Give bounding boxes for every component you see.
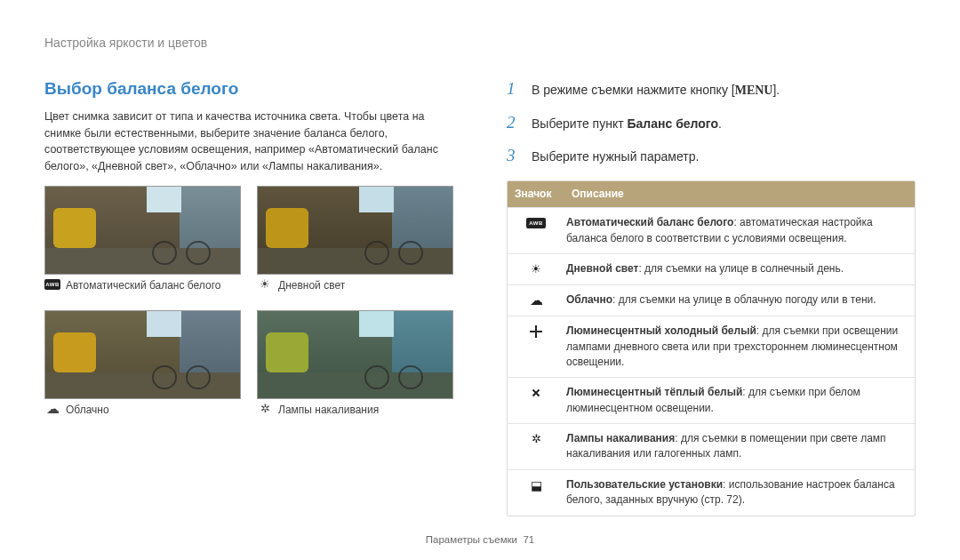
fluorescent-cold-icon	[524, 324, 548, 340]
step-number: 3	[507, 143, 521, 168]
step-list: 1 В режиме съемки нажмите кнопку [MENU].…	[507, 76, 916, 168]
footer-section: Параметры съемки	[426, 534, 517, 545]
thumb-caption: Облачно	[44, 403, 241, 418]
row-desc: Люминесцентный тёплый белый: для съемки …	[564, 378, 915, 423]
th-icon: Значок	[508, 181, 564, 207]
step-1: 1 В режиме съемки нажмите кнопку [MENU].	[507, 76, 916, 101]
th-desc: Описание	[564, 181, 915, 207]
thumb-label: Автоматический баланс белого	[66, 278, 220, 293]
preset-icon	[524, 477, 548, 493]
thumb-cloudy: Облачно	[44, 310, 241, 419]
thumb-image	[257, 186, 453, 275]
row-desc: Дневной свет: для съемки на улице в солн…	[564, 254, 915, 284]
menu-keyword: MENU	[735, 84, 773, 97]
thumb-caption: Лампы накаливания	[257, 403, 453, 418]
thumb-tungsten: Лампы накаливания	[257, 310, 453, 419]
table-row: AWB Автоматический баланс белого: автома…	[508, 207, 915, 253]
thumb-awb: AWB Автоматический баланс белого	[44, 186, 241, 294]
table-row: Люминесцентный тёплый белый: для съемки …	[508, 377, 915, 423]
table-header: Значок Описание	[508, 181, 915, 207]
table-row: Лампы накаливания: для съемки в помещени…	[508, 423, 915, 469]
page-footer: Параметры съемки 71	[0, 532, 960, 548]
thumb-caption: AWB Автоматический баланс белого	[44, 278, 241, 293]
table-row: Люминесцентный холодный белый: для съемк…	[508, 316, 915, 377]
row-desc: Люминесцентный холодный белый: для съемк…	[564, 316, 915, 377]
thumb-label: Дневной свет	[278, 278, 345, 293]
intro-paragraph: Цвет снимка зависит от типа и качества и…	[44, 108, 453, 175]
sun-icon	[524, 261, 548, 277]
footer-page-number: 71	[523, 534, 534, 545]
cloud-icon	[44, 403, 60, 415]
chapter-header: Настройка яркости и цветов	[44, 34, 916, 52]
two-column-layout: Выбор баланса белого Цвет снимка зависит…	[44, 76, 916, 516]
sun-icon	[257, 278, 273, 291]
left-column: Выбор баланса белого Цвет снимка зависит…	[44, 76, 453, 516]
awb-icon: AWB	[524, 215, 548, 231]
step-3: 3 Выберите нужный параметр.	[507, 143, 916, 168]
row-desc: Лампы накаливания: для съемки в помещени…	[564, 424, 915, 469]
step-text: Выберите пункт Баланс белого.	[532, 115, 722, 132]
tungsten-icon	[524, 431, 548, 447]
thumb-image	[44, 186, 241, 275]
row-desc: Пользовательские установки: использовани…	[564, 470, 915, 516]
icon-description-table: Значок Описание AWB Автоматический балан…	[507, 180, 916, 516]
step-number: 2	[507, 110, 521, 135]
table-row: Пользовательские установки: использовани…	[508, 469, 915, 516]
thumb-image	[257, 310, 453, 399]
table-row: Облачно: для съемки на улице в облачную …	[508, 284, 915, 316]
thumb-daylight: Дневной свет	[257, 186, 453, 294]
row-desc: Автоматический баланс белого: автоматиче…	[564, 208, 915, 253]
right-column: 1 В режиме съемки нажмите кнопку [MENU].…	[507, 76, 916, 516]
tungsten-icon	[257, 403, 273, 415]
step-text: В режиме съемки нажмите кнопку [MENU].	[532, 81, 780, 100]
table-row: Дневной свет: для съемки на улице в солн…	[508, 253, 915, 284]
thumb-label: Лампы накаливания	[278, 403, 379, 418]
thumb-caption: Дневной свет	[257, 278, 453, 293]
step-2: 2 Выберите пункт Баланс белого.	[507, 110, 916, 135]
thumb-image	[44, 310, 241, 399]
step-text: Выберите нужный параметр.	[532, 148, 699, 165]
awb-icon: AWB	[44, 278, 60, 291]
fluorescent-warm-icon	[524, 385, 548, 401]
section-title: Выбор баланса белого	[44, 76, 453, 101]
row-desc: Облачно: для съемки на улице в облачную …	[564, 285, 915, 315]
thumbnail-grid: AWB Автоматический баланс белого Дневной…	[44, 186, 453, 419]
step-number: 1	[507, 76, 521, 101]
thumb-label: Облачно	[66, 403, 109, 418]
cloud-icon	[524, 292, 548, 308]
